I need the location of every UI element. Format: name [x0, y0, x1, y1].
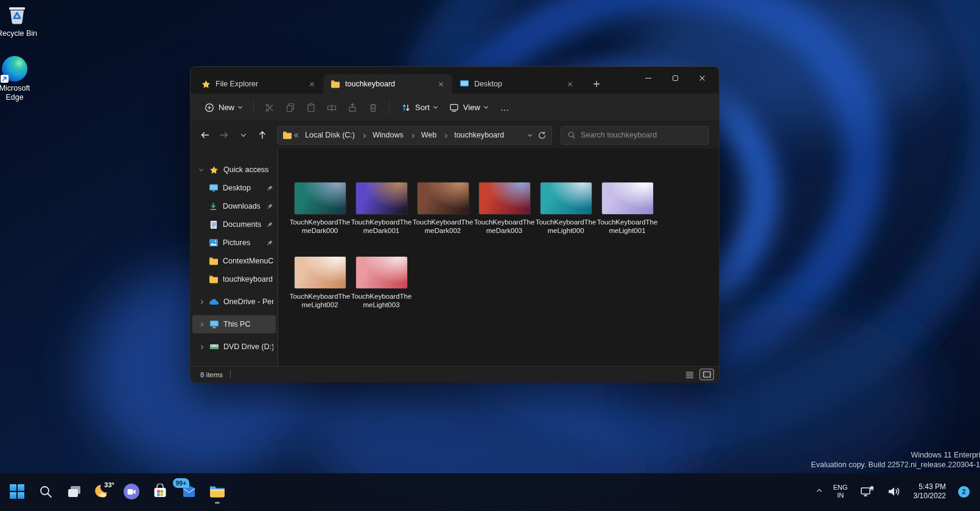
sidebar-item-contextmenuc[interactable]: ContextMenuC: [192, 252, 276, 270]
rename-button[interactable]: [322, 99, 341, 116]
new-button[interactable]: New: [199, 99, 247, 116]
file-thumbnail: [295, 182, 346, 214]
start-button[interactable]: [5, 478, 29, 505]
chevron-right-icon[interactable]: [197, 323, 205, 326]
chat-button[interactable]: [119, 478, 144, 505]
chevron-right-icon[interactable]: [197, 346, 205, 349]
pictures-icon: [208, 238, 219, 248]
dvd-drive-icon: [209, 342, 219, 352]
command-bar: New Sort: [191, 94, 719, 122]
minimize-button[interactable]: [635, 69, 662, 86]
share-button[interactable]: [343, 99, 362, 116]
file-name: TouchKeyboardThemeDark001: [351, 218, 412, 235]
details-view-button[interactable]: [682, 369, 697, 380]
desktop-icon-recycle-bin[interactable]: Recycle Bin: [0, 2, 39, 38]
desktop-icon: [208, 183, 219, 193]
address-bar[interactable]: Local Disk (C:) Windows Web touchkeyboar…: [277, 126, 552, 145]
breadcrumb-overflow-icon[interactable]: [296, 134, 299, 137]
file-explorer-button[interactable]: [205, 478, 229, 505]
tab-close-icon[interactable]: [305, 77, 318, 91]
chevron-down-icon[interactable]: [197, 169, 205, 172]
file-item[interactable]: TouchKeyboardThemeDark001: [351, 182, 412, 235]
sidebar-item-documents[interactable]: Documents: [192, 215, 276, 234]
delete-button[interactable]: [363, 99, 383, 116]
onedrive-icon: [209, 297, 219, 307]
chevron-right-icon[interactable]: [197, 301, 205, 304]
sidebar-item-quick-access[interactable]: Quick access: [192, 161, 276, 179]
address-dropdown-icon[interactable]: [528, 132, 532, 136]
large-thumbnails-view-button[interactable]: [699, 369, 714, 380]
sidebar-item-dvd-drive[interactable]: DVD Drive (D:) C: [192, 338, 276, 356]
tab-close-icon[interactable]: [434, 77, 447, 91]
tab-file-explorer[interactable]: File Explorer: [194, 74, 323, 94]
task-view-button[interactable]: [62, 478, 86, 505]
breadcrumb-item[interactable]: Local Disk (C:): [303, 130, 357, 141]
chevron-down-icon: [484, 105, 488, 109]
maximize-button[interactable]: [662, 69, 688, 86]
taskbar: 33° 99+: [0, 473, 980, 511]
sidebar-item-network[interactable]: Network: [192, 360, 276, 366]
breadcrumb-item[interactable]: Web: [419, 130, 438, 141]
file-item[interactable]: TouchKeyboardThemeDark003: [474, 182, 535, 235]
chat-icon: [124, 484, 139, 499]
forward-button[interactable]: [216, 127, 233, 144]
chevron-right-icon: [360, 131, 367, 139]
breadcrumb-item[interactable]: Windows: [371, 130, 405, 141]
hidden-icons-button[interactable]: [813, 479, 825, 504]
search-input[interactable]: [581, 131, 702, 139]
close-button[interactable]: [688, 69, 715, 86]
window-controls: [635, 69, 715, 86]
volume-tray-button[interactable]: [883, 479, 906, 504]
file-item[interactable]: TouchKeyboardThemeLight002: [289, 257, 351, 309]
taskbar-search-button[interactable]: [33, 478, 58, 505]
language-code: ENG: [833, 484, 848, 492]
copy-button[interactable]: [281, 99, 300, 116]
desktop-icon-label: Recycle Bin: [0, 29, 37, 38]
navigation-pane: Quick access Desktop Downloads: [191, 148, 278, 366]
clock[interactable]: 5:43 PM 3/10/2022: [909, 479, 950, 504]
paste-button[interactable]: [301, 99, 321, 116]
desktop-icon-microsoft-edge[interactable]: Microsoft Edge: [0, 56, 37, 102]
network-tray-button[interactable]: [856, 479, 879, 504]
sidebar-item-desktop[interactable]: Desktop: [192, 179, 276, 197]
notification-count-badge: 2: [958, 486, 970, 498]
file-item[interactable]: TouchKeyboardThemeLight001: [597, 182, 658, 235]
file-item[interactable]: TouchKeyboardThemeDark002: [412, 182, 474, 235]
recent-locations-button[interactable]: [235, 127, 252, 144]
file-item[interactable]: TouchKeyboardThemeLight000: [535, 182, 597, 235]
sidebar-item-label: Documents: [223, 220, 262, 229]
sort-button[interactable]: Sort: [396, 99, 443, 116]
file-name: TouchKeyboardThemeLight000: [536, 218, 597, 235]
language-indicator[interactable]: ENG IN: [829, 479, 852, 504]
rename-icon: [327, 103, 337, 113]
sidebar-item-onedrive[interactable]: OneDrive - Perso: [192, 293, 276, 311]
file-name: TouchKeyboardThemeLight002: [290, 292, 351, 309]
widgets-button[interactable]: 33°: [91, 478, 115, 505]
tab-touchkeyboard[interactable]: touchkeyboard: [323, 74, 452, 94]
file-item[interactable]: TouchKeyboardThemeLight003: [351, 257, 412, 309]
view-button[interactable]: View: [444, 99, 493, 116]
documents-icon: [208, 220, 219, 230]
mail-button[interactable]: 99+: [177, 478, 201, 505]
tab-close-icon[interactable]: [563, 77, 576, 91]
up-button[interactable]: [254, 127, 271, 144]
back-button[interactable]: [197, 127, 214, 144]
new-tab-button[interactable]: [587, 75, 606, 92]
see-more-button[interactable]: …: [494, 102, 516, 113]
notification-center-button[interactable]: 2: [954, 479, 974, 504]
tab-desktop[interactable]: Desktop: [452, 74, 581, 94]
folder-icon: [282, 131, 292, 139]
search-box[interactable]: [561, 126, 709, 145]
file-item[interactable]: TouchKeyboardThemeDark000: [289, 182, 351, 235]
desktop: Recycle Bin Microsoft Edge Windows 11 En…: [0, 0, 980, 511]
microsoft-store-button[interactable]: [148, 478, 172, 505]
file-thumbnail: [602, 182, 653, 214]
sidebar-item-downloads[interactable]: Downloads: [192, 197, 276, 215]
refresh-icon[interactable]: [537, 131, 547, 140]
sidebar-item-touchkeyboard[interactable]: touchkeyboard: [192, 270, 276, 288]
sidebar-item-this-pc[interactable]: This PC: [192, 315, 276, 333]
cut-button[interactable]: [260, 99, 279, 116]
breadcrumb-item[interactable]: touchkeyboard: [452, 130, 506, 141]
star-icon: [201, 80, 211, 89]
sidebar-item-pictures[interactable]: Pictures: [192, 234, 276, 252]
